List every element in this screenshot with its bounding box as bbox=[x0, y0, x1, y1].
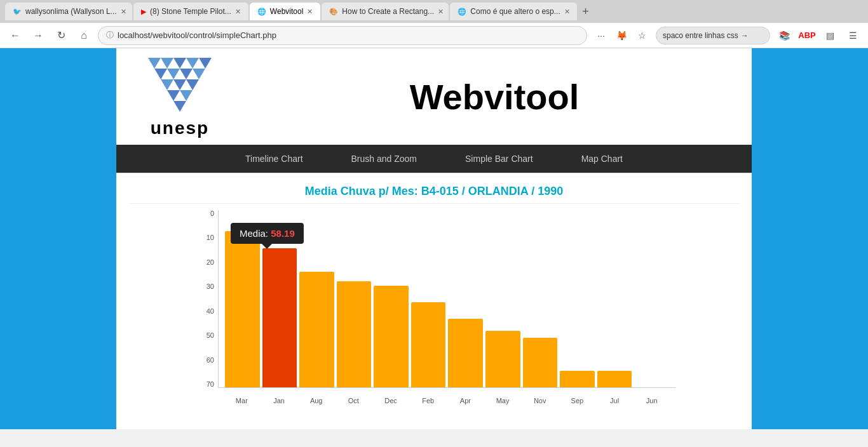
x-label-dec: Dec bbox=[374, 394, 409, 413]
nav-timeline-chart[interactable]: Timeline Chart bbox=[240, 151, 308, 166]
tab-close-4[interactable]: ✕ bbox=[438, 8, 444, 16]
y-label-40: 40 bbox=[207, 308, 214, 315]
bar-nov[interactable] bbox=[523, 338, 558, 387]
tab-webvitool[interactable]: 🌐 Webvitool ✕ bbox=[250, 3, 320, 20]
x-label-oct: Oct bbox=[336, 394, 371, 413]
home-button[interactable]: ⌂ bbox=[75, 27, 93, 44]
bar-group-apr[interactable] bbox=[448, 210, 483, 387]
svg-marker-13 bbox=[180, 90, 193, 101]
tab-close-5[interactable]: ✕ bbox=[564, 8, 570, 16]
tab-label-2: (8) Stone Temple Pilot... bbox=[150, 7, 231, 16]
bar-jan[interactable] bbox=[262, 248, 297, 387]
tab-wallyson[interactable]: 🐦 wallysonlima (Wallyson L... ✕ bbox=[5, 3, 132, 20]
bar-oct[interactable] bbox=[337, 281, 372, 387]
svg-marker-11 bbox=[186, 79, 199, 90]
tab-label-4: How to Create a Rectang... bbox=[342, 7, 434, 16]
page-wrapper: unesp Webvitool Timeline Chart Brush and… bbox=[0, 48, 868, 429]
svg-marker-7 bbox=[180, 69, 193, 79]
svg-marker-0 bbox=[148, 58, 161, 69]
tab-close-1[interactable]: ✕ bbox=[121, 8, 126, 16]
unesp-logo-svg bbox=[142, 55, 218, 118]
search-bar-right[interactable]: spaco entre linhas css → bbox=[656, 27, 770, 44]
search-text: spaco entre linhas css bbox=[663, 31, 738, 40]
pocket-button[interactable]: 🦊 bbox=[613, 27, 630, 44]
page-content: unesp Webvitool Timeline Chart Brush and… bbox=[116, 48, 752, 429]
chart-tooltip: Media: 58.19 bbox=[231, 223, 304, 244]
bookmarks-sidebar-button[interactable]: 📚 bbox=[775, 27, 793, 44]
svg-marker-10 bbox=[173, 79, 186, 90]
bar-group-nov[interactable] bbox=[523, 210, 558, 387]
address-bar: ← → ↻ ⌂ ⓘ localhost/webvitool/control/si… bbox=[0, 23, 868, 48]
bar-feb[interactable] bbox=[411, 302, 446, 387]
bar-sep[interactable] bbox=[560, 371, 595, 387]
url-text: localhost/webvitool/control/simpleChart.… bbox=[118, 30, 579, 40]
menu-button[interactable]: ☰ bbox=[844, 27, 862, 44]
x-label-mar: Mar bbox=[224, 394, 259, 413]
tab-icon-5: 🌐 bbox=[458, 8, 466, 16]
bar-group-feb[interactable] bbox=[411, 210, 446, 387]
logo-area: unesp bbox=[129, 55, 231, 138]
tooltip-value: 58.19 bbox=[271, 228, 295, 239]
tooltip-arrow bbox=[262, 244, 272, 249]
bar-group-oct[interactable] bbox=[337, 210, 372, 387]
browser-window: 🐦 wallysonlima (Wallyson L... ✕ ▶ (8) St… bbox=[0, 0, 868, 447]
svg-marker-12 bbox=[167, 90, 180, 101]
bar-may[interactable] bbox=[485, 331, 520, 387]
y-label-20: 20 bbox=[207, 259, 214, 266]
tab-close-3[interactable]: ✕ bbox=[307, 8, 313, 16]
svg-marker-6 bbox=[167, 69, 180, 79]
reader-view-button[interactable]: ▤ bbox=[821, 27, 839, 44]
y-axis: 70 60 50 40 30 20 10 0 bbox=[193, 210, 218, 388]
search-arrow-icon: → bbox=[741, 31, 749, 40]
bar-aug[interactable] bbox=[299, 272, 334, 387]
new-tab-button[interactable]: + bbox=[578, 5, 593, 18]
y-label-70: 70 bbox=[207, 381, 214, 388]
bar-apr[interactable] bbox=[448, 319, 483, 387]
tab-label-3: Webvitool bbox=[270, 7, 303, 16]
y-label-0: 0 bbox=[210, 210, 214, 217]
x-label-feb: Feb bbox=[410, 394, 445, 413]
svg-marker-9 bbox=[161, 79, 173, 90]
tab-css[interactable]: 🌐 Como é que altero o esp... ✕ bbox=[450, 3, 577, 20]
y-label-50: 50 bbox=[207, 332, 214, 339]
svg-marker-3 bbox=[186, 58, 199, 69]
bar-group-may[interactable] bbox=[485, 210, 520, 387]
refresh-button[interactable]: ↻ bbox=[52, 27, 70, 44]
bar-mar[interactable] bbox=[225, 231, 260, 387]
tab-bar: 🐦 wallysonlima (Wallyson L... ✕ ▶ (8) St… bbox=[0, 0, 868, 23]
bookmark-button[interactable]: ☆ bbox=[633, 27, 651, 44]
x-label-aug: Aug bbox=[299, 394, 334, 413]
svg-marker-5 bbox=[154, 69, 167, 79]
site-header: unesp Webvitool bbox=[116, 48, 752, 145]
bar-group-dec[interactable] bbox=[374, 210, 409, 387]
bar-group-jul[interactable] bbox=[597, 210, 632, 387]
url-bar[interactable]: ⓘ localhost/webvitool/control/simpleChar… bbox=[98, 26, 587, 45]
tab-close-2[interactable]: ✕ bbox=[235, 8, 241, 16]
svg-marker-8 bbox=[193, 69, 205, 79]
tab-rectangle[interactable]: 🎨 How to Create a Rectang... ✕ bbox=[322, 3, 449, 20]
tab-label-5: Como é que altero o esp... bbox=[470, 7, 560, 16]
more-button[interactable]: ··· bbox=[592, 27, 610, 44]
tab-icon-3: 🌐 bbox=[257, 8, 266, 16]
back-button[interactable]: ← bbox=[6, 27, 24, 44]
chart-container: Media: 58.19 70 60 50 40 30 20 10 0 bbox=[193, 210, 675, 413]
nav-brush-zoom[interactable]: Brush and Zoom bbox=[346, 151, 423, 166]
logo-text: unesp bbox=[151, 118, 209, 138]
nav-simple-bar-chart[interactable]: Simple Bar Chart bbox=[460, 151, 538, 166]
nav-map-chart[interactable]: Map Chart bbox=[576, 151, 628, 166]
forward-button[interactable]: → bbox=[29, 27, 47, 44]
bar-group-sep[interactable] bbox=[560, 210, 595, 387]
svg-marker-4 bbox=[199, 58, 212, 69]
bar-group-jun[interactable] bbox=[634, 210, 669, 387]
bar-dec[interactable] bbox=[374, 286, 409, 387]
tab-label-1: wallysonlima (Wallyson L... bbox=[25, 7, 117, 16]
chart-title: Media Chuva p/ Mes: B4-015 / ORLANDIA / … bbox=[129, 180, 739, 204]
toolbar-actions: ··· 🦊 ☆ bbox=[592, 27, 651, 44]
bar-jul[interactable] bbox=[597, 371, 632, 387]
x-label-jun: Jun bbox=[634, 394, 669, 413]
svg-marker-14 bbox=[173, 101, 186, 112]
tab-stone-temple[interactable]: ▶ (8) Stone Temple Pilot... ✕ bbox=[133, 3, 248, 20]
adblock-button[interactable]: ABP bbox=[798, 27, 816, 44]
tab-icon-2: ▶ bbox=[141, 8, 146, 16]
bar-group-aug[interactable] bbox=[299, 210, 334, 387]
